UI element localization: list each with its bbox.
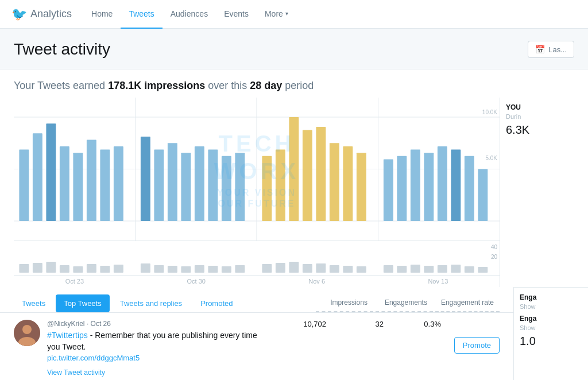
nav-tweets[interactable]: Tweets: [121, 0, 162, 29]
svg-rect-46: [141, 263, 150, 273]
twitter-bird-icon: 🐦: [11, 7, 27, 22]
view-tweet-activity-link[interactable]: View Tweet activity: [47, 369, 105, 377]
stat-engagements: 32: [332, 320, 389, 328]
tweet-text: #Twittertips - Remember that you are pub…: [47, 330, 268, 364]
col-engagements: Engagements: [376, 294, 433, 312]
tweet-row: @NickyKriel · Oct 26 #Twittertips - Reme…: [0, 313, 513, 380]
svg-rect-58: [316, 263, 326, 273]
svg-rect-25: [303, 130, 312, 221]
svg-rect-6: [19, 150, 29, 222]
nav-audiences[interactable]: Audiences: [163, 0, 216, 29]
chart-container: TECH WORX YOUR VISION OUR FUTURE 10.0K 5…: [0, 98, 588, 287]
y-label-top: 10.0K: [482, 109, 497, 115]
tweet-date: · Oct 26: [87, 320, 111, 328]
svg-rect-52: [222, 266, 231, 273]
calendar-icon: 📅: [535, 45, 545, 54]
tweet-stats: 10,702 32 0.3%: [274, 320, 447, 328]
svg-rect-53: [235, 265, 245, 273]
x-label-nov13: Nov 13: [428, 278, 448, 285]
svg-rect-7: [33, 133, 42, 221]
logo-area: 🐦 Analytics: [11, 7, 72, 22]
svg-rect-45: [114, 265, 123, 273]
tweet-handle: @NickyKriel: [47, 320, 85, 328]
svg-rect-22: [262, 156, 272, 221]
right-sidebar: YOU Durin 6.3K: [500, 98, 574, 287]
svg-rect-68: [465, 266, 474, 273]
svg-rect-27: [330, 143, 339, 221]
svg-rect-9: [60, 146, 69, 221]
page-header: Tweet activity 📅 Las...: [0, 29, 588, 69]
promote-button[interactable]: Promote: [454, 337, 500, 354]
svg-rect-16: [168, 143, 177, 221]
date-range-button[interactable]: 📅 Las...: [528, 41, 574, 58]
svg-rect-48: [168, 266, 177, 273]
right-sidebar-value: 6.3K: [506, 123, 568, 137]
svg-rect-56: [289, 262, 299, 273]
tweet-tabs: Tweets Top Tweets Tweets and replies Pro…: [0, 287, 513, 313]
svg-rect-17: [181, 153, 191, 221]
svg-rect-57: [303, 264, 312, 273]
svg-rect-43: [87, 264, 96, 273]
nav-events[interactable]: Events: [216, 0, 257, 29]
svg-rect-38: [19, 264, 29, 273]
svg-rect-62: [384, 265, 393, 273]
svg-rect-26: [316, 127, 326, 221]
svg-rect-61: [357, 266, 366, 273]
svg-rect-64: [411, 265, 420, 273]
svg-rect-11: [87, 140, 96, 221]
sub-y-label-top: 40: [491, 244, 497, 250]
svg-rect-39: [33, 263, 42, 273]
svg-point-71: [22, 325, 32, 334]
engagement-item-val: 1.0: [520, 335, 582, 348]
svg-rect-66: [438, 265, 447, 273]
svg-rect-19: [208, 150, 218, 222]
x-label-nov6: Nov 6: [308, 278, 325, 285]
svg-rect-37: [478, 169, 488, 222]
tab-tweets-replies[interactable]: Tweets and replies: [112, 294, 190, 312]
svg-rect-69: [478, 267, 488, 273]
svg-rect-65: [424, 266, 434, 273]
svg-rect-28: [343, 146, 353, 221]
tweet-link[interactable]: pic.twitter.com/ddggcMmat5: [47, 354, 140, 362]
svg-rect-21: [235, 153, 245, 221]
svg-rect-8: [46, 123, 56, 221]
svg-rect-24: [289, 117, 299, 221]
nav-home[interactable]: Home: [83, 0, 121, 29]
svg-rect-44: [100, 266, 110, 273]
tab-tweets[interactable]: Tweets: [14, 294, 53, 312]
svg-rect-63: [397, 266, 407, 273]
svg-rect-12: [100, 150, 110, 222]
right-sidebar-title: YOU: [506, 103, 568, 111]
tab-top-tweets[interactable]: Top Tweets: [56, 294, 110, 312]
page-title: Tweet activity: [14, 40, 110, 59]
main-nav: Home Tweets Audiences Events More ▾: [83, 0, 296, 28]
svg-rect-49: [181, 266, 191, 273]
svg-rect-67: [451, 265, 461, 273]
svg-rect-32: [411, 150, 420, 222]
chevron-down-icon: ▾: [285, 10, 288, 17]
svg-rect-54: [262, 264, 272, 273]
svg-rect-55: [276, 263, 285, 273]
svg-rect-13: [114, 146, 123, 221]
x-label-oct30: Oct 30: [187, 278, 205, 285]
svg-rect-30: [384, 160, 393, 222]
x-axis-labels: Oct 23 Oct 30 Nov 6 Nov 13: [14, 276, 500, 287]
svg-rect-50: [195, 265, 204, 273]
svg-rect-29: [357, 153, 366, 221]
impressions-count: 178.1K impressions: [108, 80, 205, 91]
engagement-item-label: Enga: [520, 315, 582, 323]
avatar: [14, 320, 40, 346]
stat-engagement-rate: 0.3%: [389, 320, 447, 328]
impressions-summary: Your Tweets earned 178.1K impressions ov…: [0, 69, 588, 98]
engagements-chart: 40 20: [14, 241, 500, 276]
engagement-sidebar-sub: Show: [520, 303, 582, 310]
tab-promoted[interactable]: Promoted: [192, 294, 241, 312]
svg-rect-41: [60, 265, 69, 273]
right-sidebar-subtitle: Durin: [506, 113, 568, 120]
nav-more[interactable]: More ▾: [257, 0, 296, 29]
tweet-hashtag[interactable]: #Twittertips: [47, 331, 88, 340]
x-label-oct23: Oct 23: [65, 278, 84, 285]
svg-rect-31: [397, 156, 407, 221]
svg-rect-15: [154, 150, 164, 222]
col-impressions: Impressions: [316, 294, 373, 312]
